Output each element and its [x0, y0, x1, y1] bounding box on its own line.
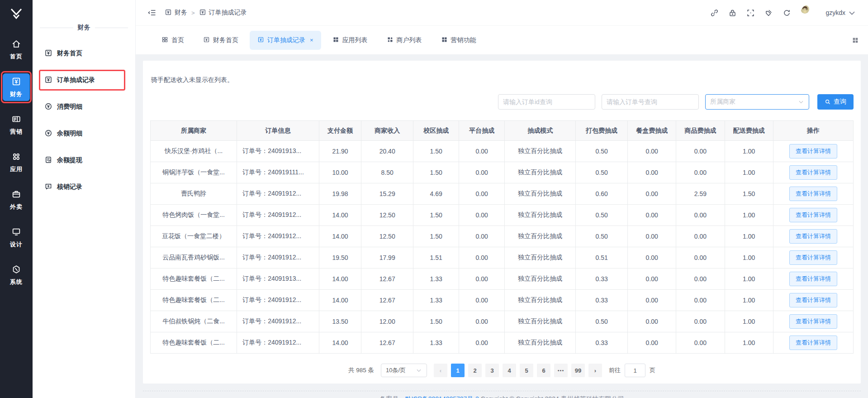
order-id-input[interactable]	[498, 94, 595, 110]
column-header: 支付金额	[319, 121, 361, 141]
rail-item-apps[interactable]: 应用	[3, 149, 30, 176]
order-no-input[interactable]	[602, 94, 699, 110]
rail-item-marketing[interactable]: 营销	[3, 111, 30, 139]
pay-amount-cell: 14.00	[319, 290, 361, 311]
tab-close-icon[interactable]: ×	[310, 37, 313, 43]
page-button-4[interactable]: 4	[503, 364, 516, 377]
campus-commission-cell: 1.33	[413, 332, 459, 354]
page-size-value: 10条/页	[386, 366, 406, 374]
page-button-2[interactable]: 2	[468, 364, 482, 377]
submenu-item-balance-detail[interactable]: 余额明细	[44, 125, 135, 142]
page-button-5[interactable]: 5	[520, 364, 533, 377]
rail-item-takeout[interactable]: 外卖	[3, 186, 30, 214]
icp-record-link[interactable]: 黔ICP备20014005707号-2	[405, 395, 479, 398]
column-header: 商品费抽成	[676, 121, 725, 141]
refresh-icon[interactable]	[783, 9, 791, 17]
tab-订单抽成记录[interactable]: 订单抽成记录×	[250, 31, 321, 50]
merchant-select[interactable]: 所属商家	[705, 94, 809, 110]
merchant-income-cell: 8.50	[361, 162, 413, 183]
submenu-item-consume-detail[interactable]: 消费明细	[44, 99, 135, 115]
packing-fee-cell: 0.50	[576, 226, 628, 247]
goods-fee-cell: 0.00	[676, 311, 725, 332]
rail-item-finance[interactable]: 财务	[3, 73, 30, 101]
submenu-title: 财务	[40, 24, 128, 32]
tab-财务首页[interactable]: 财务首页	[195, 31, 246, 50]
link-icon[interactable]	[710, 9, 719, 17]
pay-amount-cell: 14.00	[319, 332, 361, 354]
merchant-income-cell: 12.67	[361, 269, 413, 290]
tags-icon[interactable]	[764, 9, 773, 17]
table-row: 特色趣味套餐饭（二...订单号：24091912...14.0012.671.3…	[151, 290, 854, 311]
submenu-item-finance-home[interactable]: 财务首页	[44, 45, 135, 62]
query-button[interactable]: 查询	[817, 94, 854, 110]
rail-item-design[interactable]: 设计	[3, 224, 30, 251]
commission-table-wrap: 所属商家订单信息支付金额商家收入校区抽成平台抽成抽成模式打包费抽成餐盒费抽成商品…	[150, 120, 854, 354]
page-button-1[interactable]: 1	[451, 364, 465, 377]
next-page-button[interactable]: ›	[588, 364, 602, 377]
breadcrumb-separator: >	[191, 10, 195, 16]
table-row: 铜锅洋芋饭（一食堂...订单号：240919111...10.008.501.5…	[151, 162, 854, 183]
view-calc-detail-button[interactable]: 查看计算详情	[789, 272, 837, 286]
view-calc-detail-button[interactable]: 查看计算详情	[789, 250, 837, 265]
view-calc-detail-button[interactable]: 查看计算详情	[789, 144, 837, 158]
page-button-3[interactable]: 3	[485, 364, 499, 377]
submenu-item-balance-withdraw[interactable]: 余额提现	[44, 152, 135, 168]
grid-solid-icon	[332, 36, 339, 44]
view-calc-detail-button[interactable]: 查看计算详情	[789, 165, 837, 180]
home-icon	[11, 39, 21, 51]
chevron-down-icon	[416, 367, 422, 374]
action-cell: 查看计算详情	[773, 247, 853, 269]
page-size-select[interactable]: 10条/页	[381, 364, 427, 377]
rail-item-label: 财务	[10, 90, 23, 98]
user-avatar[interactable]	[801, 5, 816, 20]
page-button-99[interactable]: 99	[571, 364, 585, 377]
view-calc-detail-button[interactable]: 查看计算详情	[789, 208, 837, 222]
lock-icon[interactable]	[728, 9, 737, 17]
app-logo[interactable]	[8, 6, 25, 25]
view-calc-detail-button[interactable]: 查看计算详情	[789, 336, 837, 350]
goto-page-input[interactable]	[625, 364, 645, 377]
submenu-item-verify-record[interactable]: 核销记录	[44, 179, 135, 195]
tab-商户列表[interactable]: 商户列表	[379, 31, 430, 50]
chat-plus-icon	[44, 182, 52, 192]
packing-fee-cell: 0.50	[576, 141, 628, 162]
rail-item-home[interactable]: 首页	[3, 36, 30, 63]
view-calc-detail-button[interactable]: 查看计算详情	[789, 187, 837, 201]
menu-fold-icon[interactable]	[147, 8, 157, 17]
prev-page-button[interactable]: ‹	[434, 364, 447, 377]
goods-fee-cell: 2.59	[676, 183, 725, 205]
yen-square-icon	[257, 36, 264, 44]
takeout-icon	[11, 189, 21, 201]
rail-item-system[interactable]: 系统	[3, 261, 30, 289]
view-calc-detail-button[interactable]: 查看计算详情	[789, 293, 837, 307]
yen-square-icon	[203, 36, 210, 44]
user-menu[interactable]: gzykdx	[825, 9, 856, 17]
mealbox-fee-cell: 0.00	[628, 311, 676, 332]
merchant-income-cell: 12.67	[361, 332, 413, 354]
commission-mode-cell: 独立百分比抽成	[505, 247, 576, 269]
submenu-item-order-commission[interactable]: 订单抽成记录	[44, 72, 135, 88]
platform-commission-cell: 0.00	[459, 290, 505, 311]
tab-应用列表[interactable]: 应用列表	[325, 31, 375, 50]
view-calc-detail-button[interactable]: 查看计算详情	[789, 314, 837, 329]
platform-commission-cell: 0.00	[459, 332, 505, 354]
goods-fee-cell: 0.00	[676, 162, 725, 183]
fullscreen-icon[interactable]	[746, 9, 755, 17]
mealbox-fee-cell: 0.00	[628, 162, 676, 183]
tab-营销功能[interactable]: 营销功能	[433, 31, 484, 50]
breadcrumb-item[interactable]: 订单抽成记录	[199, 9, 247, 17]
view-calc-detail-button[interactable]: 查看计算详情	[789, 229, 837, 244]
merchant-select-placeholder: 所属商家	[710, 98, 735, 106]
tab-options-grid-icon[interactable]	[852, 37, 859, 44]
tab-label: 商户列表	[397, 36, 422, 44]
design-icon	[11, 227, 21, 239]
page-button-6[interactable]: 6	[537, 364, 550, 377]
tab-label: 首页	[171, 36, 184, 44]
breadcrumb-item[interactable]: 财务	[165, 9, 187, 17]
tab-首页[interactable]: 首页	[154, 31, 192, 50]
packing-fee-cell: 0.50	[576, 205, 628, 226]
rail-nav: 首页财务营销应用外卖设计系统	[0, 36, 33, 289]
mealbox-fee-cell: 0.00	[628, 269, 676, 290]
merchant-cell: 特色趣味套餐饭（二...	[151, 269, 237, 290]
pager-more-icon[interactable]: •••	[554, 364, 568, 377]
